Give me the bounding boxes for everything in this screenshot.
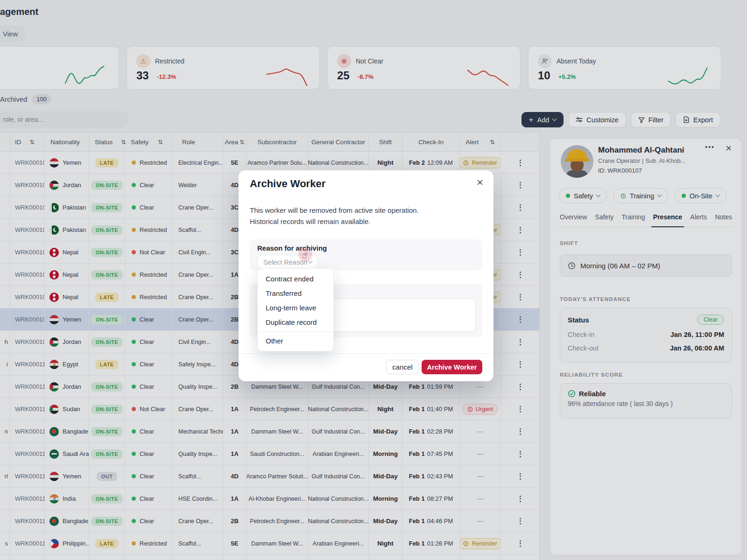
archive-worker-button[interactable]: Archive Worker [422,360,482,374]
modal-title: Archive Worker [250,178,325,190]
modal-close-icon[interactable]: × [477,176,483,189]
reason-panel: Reason for archiving Select Reason [250,239,482,271]
cancel-button[interactable]: cancel [386,360,419,374]
dropdown-option-transferred[interactable]: Transferred [258,286,333,301]
dropdown-divider [258,331,333,332]
modal-footer-divider [239,353,493,354]
dropdown-option-duplicate-record[interactable]: Duplicate record [258,315,333,329]
dropdown-option-long-term-leave[interactable]: Long-term leave [258,301,333,315]
modal-body-text: This worker will be removed from active … [250,205,419,227]
dropdown-option-contract-ended[interactable]: Contract ended [258,272,333,286]
dropdown-option-other[interactable]: Other [258,334,333,348]
reason-label: Reason for archiving [257,244,475,252]
reason-dropdown-menu: Contract endedTransferredLong-term leave… [257,268,334,351]
